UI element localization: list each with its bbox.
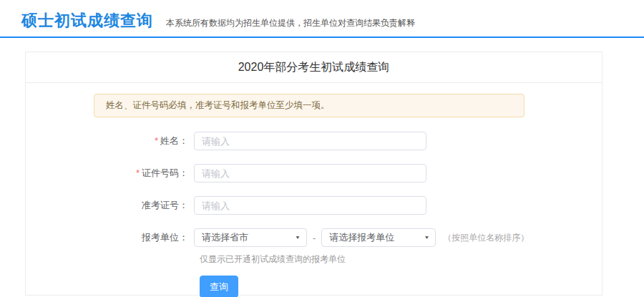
unit-availability-hint: 仅显示已开通初试成绩查询的报考单位 [200, 253, 346, 266]
name-input[interactable] [194, 132, 426, 150]
site-header: 硕士初试成绩查询 本系统所有数据均为招生单位提供，招生单位对查询结果负责解释 [0, 0, 644, 38]
admission-ticket-input[interactable] [194, 196, 426, 215]
unit-hint-row: 仅显示已开通初试成绩查询的报考单位 [26, 253, 602, 266]
province-select[interactable]: 请选择省市 ▼ [194, 228, 307, 247]
name-label: *姓名： [26, 135, 194, 147]
unit-select[interactable]: 请选择报考单位 ▼ [321, 228, 436, 247]
required-asterisk: * [155, 135, 158, 146]
admission-ticket-label: 准考证号： [26, 199, 194, 212]
query-form: *姓名： *证件号码： 准考证号： 报考单位： 请选择省市 ▼ - 请选 [26, 130, 602, 297]
sort-order-note: （按照单位名称排序） [443, 232, 529, 244]
id-number-input[interactable] [194, 164, 426, 182]
caret-down-icon: ▼ [295, 235, 301, 240]
site-subtitle: 本系统所有数据均为招生单位提供，招生单位对查询结果负责解释 [166, 17, 415, 29]
required-fields-notice: 姓名、证件号码必填，准考证号和报考单位至少填一项。 [94, 94, 525, 117]
id-number-label: *证件号码： [26, 167, 194, 180]
admission-ticket-label-text: 准考证号： [142, 200, 188, 210]
target-unit-label-text: 报考单位： [142, 232, 188, 243]
id-number-label-text: 证件号码： [142, 167, 188, 178]
required-asterisk: * [136, 167, 140, 178]
select-separator: - [313, 233, 316, 243]
site-title: 硕士初试成绩查询 [21, 10, 153, 31]
target-unit-label: 报考单位： [26, 231, 194, 244]
card-title: 2020年部分考生初试成绩查询 [26, 52, 602, 83]
query-button[interactable]: 查询 [200, 276, 238, 297]
query-card: 2020年部分考生初试成绩查询 姓名、证件号码必填，准考证号和报考单位至少填一项… [25, 52, 602, 296]
submit-row: 查询 [26, 276, 602, 297]
form-row-admission-ticket: 准考证号： [26, 195, 602, 216]
hint-spacer [26, 253, 200, 266]
form-row-id-number: *证件号码： [26, 162, 602, 184]
caret-down-icon: ▼ [424, 235, 429, 240]
name-label-text: 姓名： [160, 135, 188, 146]
form-row-name: *姓名： [26, 130, 602, 152]
unit-select-value: 请选择报考单位 [329, 231, 394, 244]
card-body: 姓名、证件号码必填，准考证号和报考单位至少填一项。 *姓名： *证件号码： 准考… [26, 83, 602, 297]
form-row-target-unit: 报考单位： 请选择省市 ▼ - 请选择报考单位 ▼ （按照单位名称排序） [26, 227, 602, 248]
submit-spacer [26, 276, 200, 297]
province-select-value: 请选择省市 [202, 231, 248, 244]
